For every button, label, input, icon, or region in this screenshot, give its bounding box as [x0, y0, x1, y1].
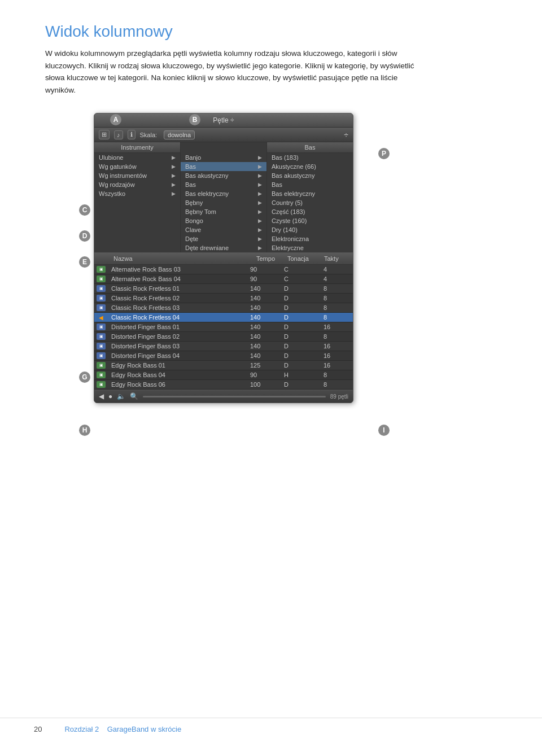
- info-icon[interactable]: ℹ: [128, 130, 136, 139]
- music-icon[interactable]: ♪: [114, 130, 123, 139]
- browser-col-keywords: Instrumenty Ulubione ▶ Wg gatunków ▶ Wg …: [94, 142, 181, 252]
- list-item[interactable]: Dęte ▶: [181, 234, 266, 243]
- result-tempo: 125: [249, 362, 283, 369]
- loop-icon-blue: ▣: [97, 324, 106, 330]
- result-name: Classic Rock Fretless 03: [110, 304, 249, 311]
- result-tempo: 140: [249, 352, 283, 359]
- result-key: D: [283, 285, 322, 292]
- list-item[interactable]: Bas elektryczny: [267, 189, 353, 198]
- list-item[interactable]: Clave ▶: [181, 225, 266, 234]
- list-item[interactable]: Bas (183): [267, 153, 353, 162]
- table-row[interactable]: ▣ Distorted Finger Bass 03 140 D 16: [94, 342, 353, 351]
- label-c: C: [79, 204, 90, 216]
- result-key: D: [283, 314, 322, 321]
- result-bars: 8: [322, 295, 351, 301]
- list-item[interactable]: Dęte drewniane ▶: [181, 243, 266, 252]
- list-item[interactable]: Część (183): [267, 207, 353, 216]
- page-footer: 20 Rozdział 2 GarageBand w skrócie: [0, 718, 542, 733]
- progress-slider[interactable]: [143, 396, 326, 397]
- browser-columns: Instrumenty Ulubione ▶ Wg gatunków ▶ Wg …: [94, 142, 353, 252]
- list-item[interactable]: Ulubione ▶: [94, 153, 180, 162]
- label-d: D: [79, 230, 90, 242]
- col2-header: Bas: [267, 142, 353, 153]
- arrow-icon: ▶: [172, 182, 176, 187]
- result-name: Distorted Finger Bass 03: [110, 343, 249, 349]
- footer-chapter: Rozdział 2 GarageBand w skrócie: [64, 725, 181, 733]
- list-item[interactable]: Wg instrumentów ▶: [94, 171, 180, 180]
- result-bars: 16: [322, 362, 351, 369]
- loop-count: 89 pętli: [330, 394, 348, 400]
- table-row[interactable]: ▣ Edgy Rock Bass 01 125 D 16: [94, 361, 353, 370]
- arrow-icon: ▶: [172, 164, 176, 169]
- list-item[interactable]: Dry (140): [267, 225, 353, 234]
- list-item[interactable]: Elektroniczna: [267, 234, 353, 243]
- list-item[interactable]: Bas ▶: [181, 180, 266, 189]
- result-tempo: 140: [249, 314, 283, 321]
- search-icon[interactable]: 🔍: [130, 392, 138, 400]
- results-header: Nazwa Tempo Tonacja Takty: [94, 253, 353, 265]
- toolbar[interactable]: ⊞ ♪ ℹ Skala: dowolna ÷: [94, 128, 353, 142]
- result-tempo: 140: [249, 304, 283, 311]
- list-item[interactable]: Czyste (160): [267, 216, 353, 225]
- arrow-icon: ▶: [258, 173, 262, 178]
- result-name: Classic Rock Fretless 01: [110, 285, 249, 292]
- table-row[interactable]: ▣ Edgy Rock Bass 04 90 H 8: [94, 370, 353, 380]
- table-row[interactable]: ▣ Classic Rock Fretless 01 140 D 8: [94, 284, 353, 294]
- table-row-active[interactable]: ◀ Classic Rock Fretless 04 140 D 8: [94, 313, 353, 322]
- result-name: Alternative Rock Bass 04: [110, 276, 249, 282]
- list-item[interactable]: Wg gatunków ▶: [94, 162, 180, 171]
- arrow-icon: ▶: [258, 200, 262, 206]
- table-row[interactable]: ▣ Alternative Rock Bass 04 90 C 4: [94, 274, 353, 284]
- volume-icon: ●: [108, 392, 112, 400]
- result-key: C: [283, 276, 322, 282]
- arrow-icon: ▶: [258, 191, 262, 196]
- list-item[interactable]: Bas: [267, 180, 353, 189]
- arrow-icon: ▶: [258, 236, 262, 242]
- grid-icon[interactable]: ⊞: [99, 130, 110, 139]
- table-row[interactable]: ▣ Distorted Finger Bass 02 140 D 8: [94, 332, 353, 342]
- result-tempo: 140: [249, 333, 283, 340]
- result-key: D: [283, 324, 322, 330]
- result-key: D: [283, 333, 322, 340]
- loop-icon-blue: ▣: [97, 285, 106, 292]
- volume-button[interactable]: 🔈: [117, 392, 125, 400]
- list-item[interactable]: Elektryczne: [267, 243, 353, 252]
- list-item[interactable]: Country (5): [267, 198, 353, 207]
- result-key: C: [283, 266, 322, 273]
- arrow-icon: ▶: [258, 227, 262, 233]
- table-row[interactable]: ▣ Alternative Rock Bass 03 90 C 4: [94, 265, 353, 274]
- table-row[interactable]: ▣ Distorted Finger Bass 04 140 D 16: [94, 351, 353, 361]
- chapter-label: Rozdział 2: [64, 725, 99, 733]
- list-item[interactable]: Bas elektryczny ▶: [181, 189, 266, 198]
- table-row[interactable]: ▣ Distorted Finger Bass 01 140 D 16: [94, 322, 353, 332]
- list-item[interactable]: Wg rodzajów ▶: [94, 180, 180, 189]
- result-key: D: [283, 352, 322, 359]
- scale-select[interactable]: dowolna: [164, 130, 195, 139]
- list-item[interactable]: Wszystko ▶: [94, 189, 180, 198]
- table-row[interactable]: ▣ Classic Rock Fretless 02 140 D 8: [94, 294, 353, 303]
- title-bar: Pętle ÷: [94, 113, 353, 128]
- result-tempo: 140: [249, 295, 283, 301]
- browser-col-keywords2: Bas Bas (183) Akustyczne (66) Bas akusty…: [267, 142, 353, 252]
- list-item[interactable]: Bas akustyczny ▶: [181, 171, 266, 180]
- page-title: Widok kolumnowy: [45, 23, 508, 41]
- table-row[interactable]: ▣ Edgy Rock Bass 06 100 D 8: [94, 380, 353, 390]
- list-item[interactable]: Bębny Tom ▶: [181, 207, 266, 216]
- play-button[interactable]: ◀: [99, 392, 104, 400]
- col1-header: Instrumenty: [94, 142, 180, 153]
- bottom-toolbar[interactable]: ◀ ● 🔈 🔍 89 pętli: [94, 390, 353, 403]
- list-item[interactable]: Bębny ▶: [181, 198, 266, 207]
- list-item[interactable]: Akustyczne (66): [267, 162, 353, 171]
- col-header-bars: Takty: [323, 254, 348, 263]
- list-item[interactable]: Bongo ▶: [181, 216, 266, 225]
- title-bar-text: Pętle ÷: [213, 116, 234, 124]
- list-item[interactable]: Banjo ▶: [181, 153, 266, 162]
- result-key: D: [283, 343, 322, 349]
- list-item[interactable]: Bas ▶: [181, 162, 266, 171]
- chapter-title: GarageBand w skrócie: [107, 725, 182, 733]
- list-item[interactable]: Bas akustyczny: [267, 171, 353, 180]
- toolbar-stepper[interactable]: ÷: [344, 130, 348, 139]
- diagram-container: A B P C D E G H I Pętle ÷ ⊞ ♪ ℹ Skala: d…: [79, 113, 395, 403]
- table-row[interactable]: ▣ Classic Rock Fretless 03 140 D 8: [94, 303, 353, 313]
- result-tempo: 90: [249, 372, 283, 378]
